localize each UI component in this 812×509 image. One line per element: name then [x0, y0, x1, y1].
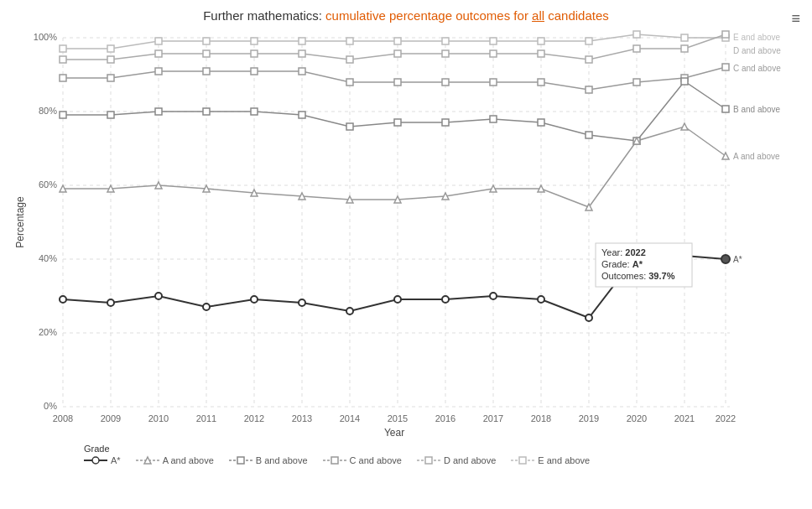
- svg-rect-57: [681, 34, 688, 41]
- svg-rect-80: [346, 79, 353, 86]
- svg-marker-112: [442, 193, 449, 200]
- svg-rect-98: [490, 116, 497, 122]
- svg-rect-91: [155, 108, 162, 115]
- svg-rect-76: [155, 68, 162, 75]
- svg-point-123: [251, 296, 258, 303]
- svg-rect-153: [425, 457, 432, 464]
- menu-icon[interactable]: ≡: [791, 10, 800, 28]
- svg-text:2013: 2013: [292, 413, 312, 423]
- chart-title: Further mathematics: cumulative percenta…: [8, 8, 804, 23]
- svg-rect-83: [490, 79, 497, 86]
- svg-point-125: [346, 308, 353, 314]
- legend-label-c: C and above: [350, 455, 402, 465]
- svg-point-119: [60, 296, 66, 303]
- svg-text:80%: 80%: [39, 106, 57, 116]
- svg-text:100%: 100%: [34, 32, 57, 42]
- svg-text:2022: 2022: [716, 413, 736, 423]
- svg-rect-97: [442, 119, 449, 126]
- svg-text:2020: 2020: [627, 413, 647, 423]
- svg-rect-56: [633, 31, 640, 38]
- svg-rect-48: [251, 38, 258, 44]
- legend-item-d: D and above: [417, 455, 496, 465]
- legend-line-e: [511, 455, 534, 465]
- svg-text:2015: 2015: [388, 413, 408, 423]
- svg-marker-106: [155, 182, 162, 189]
- svg-rect-44: [60, 45, 66, 52]
- svg-rect-79: [299, 68, 305, 75]
- svg-text:Grade: A*: Grade: A*: [601, 259, 643, 269]
- svg-marker-111: [394, 196, 401, 203]
- svg-text:40%: 40%: [39, 253, 57, 263]
- svg-text:2014: 2014: [340, 413, 360, 423]
- svg-point-127: [442, 296, 449, 303]
- svg-text:2012: 2012: [244, 413, 264, 423]
- svg-rect-61: [155, 50, 162, 57]
- svg-marker-108: [251, 190, 258, 196]
- svg-rect-84: [538, 79, 544, 86]
- legend-items: A* A and above B and above: [84, 455, 590, 465]
- svg-rect-155: [519, 457, 526, 464]
- svg-text:0%: 0%: [44, 401, 57, 411]
- svg-rect-65: [346, 56, 353, 63]
- svg-text:2009: 2009: [101, 413, 121, 423]
- svg-marker-105: [107, 185, 114, 192]
- svg-text:60%: 60%: [39, 179, 57, 190]
- svg-rect-86: [633, 79, 640, 86]
- svg-rect-77: [203, 68, 210, 75]
- svg-point-128: [490, 293, 497, 299]
- svg-rect-82: [442, 79, 449, 86]
- legend-line-astar: [84, 455, 107, 465]
- svg-rect-95: [346, 123, 353, 130]
- svg-rect-49: [299, 38, 305, 44]
- svg-rect-45: [107, 45, 114, 52]
- svg-marker-114: [538, 185, 544, 192]
- chart-container: Further mathematics: cumulative percenta…: [0, 0, 812, 509]
- svg-rect-100: [586, 132, 592, 138]
- svg-text:2019: 2019: [579, 413, 599, 423]
- svg-point-122: [203, 304, 210, 310]
- svg-text:E and above: E and above: [733, 33, 781, 42]
- svg-marker-147: [144, 457, 151, 464]
- svg-point-133: [721, 255, 730, 263]
- svg-rect-59: [60, 56, 66, 63]
- svg-rect-103: [722, 106, 729, 112]
- svg-text:Year: Year: [384, 427, 404, 439]
- svg-rect-64: [299, 50, 305, 57]
- svg-rect-70: [586, 56, 592, 63]
- svg-rect-78: [251, 68, 258, 75]
- svg-text:D and above: D and above: [733, 46, 781, 55]
- svg-rect-71: [633, 45, 640, 52]
- svg-rect-149: [237, 457, 244, 464]
- svg-rect-68: [490, 50, 497, 57]
- svg-point-121: [155, 293, 162, 299]
- svg-rect-88: [722, 64, 729, 70]
- svg-point-124: [299, 299, 305, 306]
- legend-title: Grade: [84, 444, 110, 454]
- svg-rect-92: [203, 108, 210, 115]
- svg-rect-60: [107, 56, 114, 63]
- svg-text:Year: 2022: Year: 2022: [601, 247, 646, 257]
- svg-rect-62: [203, 50, 210, 57]
- svg-marker-107: [203, 185, 210, 192]
- svg-rect-54: [538, 38, 544, 44]
- svg-text:2010: 2010: [148, 413, 169, 423]
- svg-rect-47: [203, 38, 210, 44]
- svg-rect-55: [586, 38, 592, 44]
- svg-rect-93: [251, 108, 258, 115]
- svg-marker-109: [299, 193, 305, 200]
- legend-item-e: E and above: [511, 455, 590, 465]
- chart-svg: 0% 20% 40% 60% 80% 100% Percentage 2008 …: [8, 29, 812, 440]
- svg-text:2018: 2018: [531, 413, 551, 423]
- svg-rect-72: [681, 45, 688, 52]
- legend-item-a: A and above: [136, 455, 214, 465]
- svg-rect-90: [107, 112, 114, 118]
- svg-rect-73: [722, 31, 729, 38]
- svg-rect-151: [331, 457, 338, 464]
- legend-line-a: [136, 455, 159, 465]
- legend-label-b: B and above: [256, 455, 308, 465]
- svg-text:A*: A*: [733, 255, 742, 264]
- svg-text:Percentage: Percentage: [14, 196, 26, 248]
- legend: Grade A* A and above: [8, 444, 804, 465]
- svg-rect-96: [394, 119, 401, 126]
- svg-rect-50: [346, 38, 353, 44]
